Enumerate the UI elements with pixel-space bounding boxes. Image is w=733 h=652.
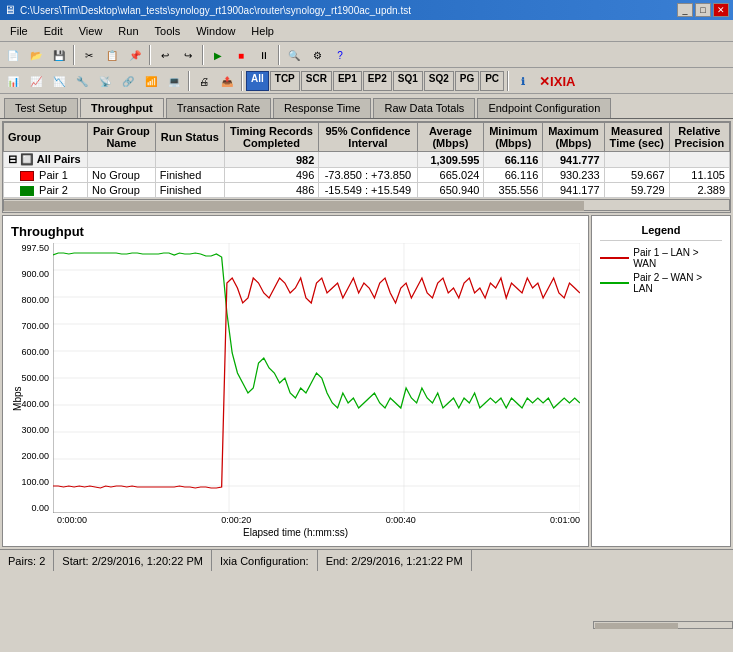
- col-header-measured-time: MeasuredTime (sec): [604, 123, 669, 152]
- tb2-btn6[interactable]: 🔗: [117, 70, 139, 92]
- proto-scr-btn[interactable]: SCR: [301, 71, 332, 91]
- x-axis-labels: 0:00:00 0:00:20 0:00:40 0:01:00: [11, 515, 580, 525]
- minimize-button[interactable]: _: [677, 3, 693, 17]
- chart-svg: [53, 243, 580, 513]
- tb2-btn5[interactable]: 📡: [94, 70, 116, 92]
- y-label-7: 300.00: [11, 425, 49, 435]
- zoom-btn[interactable]: 🔍: [283, 44, 305, 66]
- proto-pc-btn[interactable]: PC: [480, 71, 504, 91]
- y-label-9: 100.00: [11, 477, 49, 487]
- cell-pair1-timing: 496: [224, 168, 319, 183]
- cut-btn[interactable]: ✂: [78, 44, 100, 66]
- menu-help[interactable]: Help: [243, 23, 282, 39]
- help-btn[interactable]: ?: [329, 44, 351, 66]
- maximize-button[interactable]: □: [695, 3, 711, 17]
- pair2-legend-line: [600, 282, 629, 284]
- undo-btn[interactable]: ↩: [154, 44, 176, 66]
- title-bar-text: C:\Users\Tim\Desktop\wlan_tests\synology…: [20, 5, 411, 16]
- legend-title: Legend: [600, 224, 722, 241]
- menu-edit[interactable]: Edit: [36, 23, 71, 39]
- cell-pair2-timing: 486: [224, 183, 319, 198]
- menu-file[interactable]: File: [2, 23, 36, 39]
- proto-ep1-btn[interactable]: EP1: [333, 71, 362, 91]
- y-label-1: 900.00: [11, 269, 49, 279]
- proto-sq1-btn[interactable]: SQ1: [393, 71, 423, 91]
- table-scrollbar[interactable]: [3, 198, 730, 212]
- tb2-btn2[interactable]: 📈: [25, 70, 47, 92]
- menu-tools[interactable]: Tools: [147, 23, 189, 39]
- new-btn[interactable]: 📄: [2, 44, 24, 66]
- cell-pair2-status: Finished: [155, 183, 224, 198]
- paste-btn[interactable]: 📌: [124, 44, 146, 66]
- legend-item-pair1: Pair 1 – LAN > WAN: [600, 247, 722, 269]
- proto-ep2-btn[interactable]: EP2: [363, 71, 392, 91]
- cell-pair1-group-name: No Group: [88, 168, 156, 183]
- copy-btn[interactable]: 📋: [101, 44, 123, 66]
- pause-btn[interactable]: ⏸: [253, 44, 275, 66]
- tab-test-setup[interactable]: Test Setup: [4, 98, 78, 118]
- all-pairs-label: All Pairs: [37, 153, 81, 165]
- title-bar-controls: _ □ ✕: [677, 3, 729, 17]
- proto-all-btn[interactable]: All: [246, 71, 269, 91]
- cell-pair2-minimum: 355.556: [484, 183, 543, 198]
- tb2-btn9[interactable]: 🖨: [193, 70, 215, 92]
- ixia-logo: ✕IXIA: [539, 74, 575, 89]
- cell-all-pairs-status: [155, 152, 224, 168]
- pair1-legend-label: Pair 1 – LAN > WAN: [633, 247, 722, 269]
- redo-btn[interactable]: ↪: [177, 44, 199, 66]
- cell-all-pairs-minimum: 66.116: [484, 152, 543, 168]
- tb2-btn10[interactable]: 📤: [216, 70, 238, 92]
- tb2-btn8[interactable]: 💻: [163, 70, 185, 92]
- col-header-pair-group: Pair GroupName: [88, 123, 156, 152]
- expand-icon[interactable]: ⊟: [8, 153, 17, 165]
- col-header-group: Group: [4, 123, 88, 152]
- menu-view[interactable]: View: [71, 23, 111, 39]
- cell-pair1-group: Pair 1: [4, 168, 88, 183]
- info-btn[interactable]: ℹ: [512, 70, 534, 92]
- menu-run[interactable]: Run: [110, 23, 146, 39]
- table-row-pair1: Pair 1 No Group Finished 496 -73.850 : +…: [4, 168, 730, 183]
- proto-pg-btn[interactable]: PG: [455, 71, 479, 91]
- legend-scrollbar[interactable]: [593, 620, 733, 630]
- cell-pair2-average: 650.940: [417, 183, 484, 198]
- tab-transaction-rate[interactable]: Transaction Rate: [166, 98, 271, 118]
- open-btn[interactable]: 📂: [25, 44, 47, 66]
- tb2-btn7[interactable]: 📶: [140, 70, 162, 92]
- col-header-confidence: 95% ConfidenceInterval: [319, 123, 417, 152]
- pair1-line: [53, 278, 580, 488]
- col-header-timing: Timing RecordsCompleted: [224, 123, 319, 152]
- pair1-label: Pair 1: [39, 169, 68, 181]
- tab-throughput[interactable]: Throughput: [80, 98, 164, 118]
- tab-response-time[interactable]: Response Time: [273, 98, 371, 118]
- tb2-btn4[interactable]: 🔧: [71, 70, 93, 92]
- pair2-label: Pair 2: [39, 184, 68, 196]
- sep1: [73, 45, 75, 65]
- pair1-legend-line: [600, 257, 629, 259]
- run-btn[interactable]: ▶: [207, 44, 229, 66]
- toolbar-2: 📊 📈 📉 🔧 📡 🔗 📶 💻 🖨 📤 All TCP SCR EP1 EP2 …: [0, 68, 733, 94]
- close-button[interactable]: ✕: [713, 3, 729, 17]
- proto-tcp-btn[interactable]: TCP: [270, 71, 300, 91]
- y-label-2: 800.00: [11, 295, 49, 305]
- y-label-10: 0.00: [11, 503, 49, 513]
- tab-raw-data-totals[interactable]: Raw Data Totals: [373, 98, 475, 118]
- col-header-maximum: Maximum(Mbps): [543, 123, 604, 152]
- settings-btn[interactable]: ⚙: [306, 44, 328, 66]
- chart-legend: Legend Pair 1 – LAN > WAN Pair 2 – WAN >…: [591, 215, 731, 547]
- tb2-btn3[interactable]: 📉: [48, 70, 70, 92]
- save-btn[interactable]: 💾: [48, 44, 70, 66]
- x-label-2: 0:00:40: [386, 515, 416, 525]
- cell-pair2-group-name: No Group: [88, 183, 156, 198]
- pair2-line: [53, 253, 580, 408]
- tb2-btn1[interactable]: 📊: [2, 70, 24, 92]
- x-axis-title: Elapsed time (h:mm:ss): [11, 527, 580, 538]
- cell-pair2-confidence: -15.549 : +15.549: [319, 183, 417, 198]
- menu-window[interactable]: Window: [188, 23, 243, 39]
- col-header-run-status: Run Status: [155, 123, 224, 152]
- stop-btn[interactable]: ■: [230, 44, 252, 66]
- tab-endpoint-config[interactable]: Endpoint Configuration: [477, 98, 611, 118]
- cell-pair2-time: 59.729: [604, 183, 669, 198]
- proto-sq2-btn[interactable]: SQ2: [424, 71, 454, 91]
- cell-all-pairs-time: [604, 152, 669, 168]
- chart-title: Throughput: [11, 224, 580, 239]
